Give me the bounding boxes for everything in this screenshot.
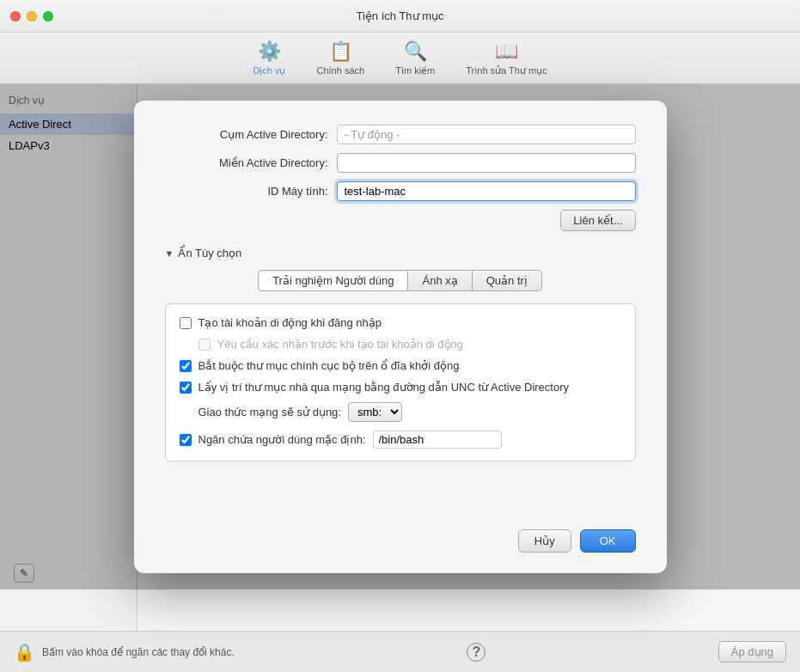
tab-anh-xa[interactable]: Ánh xạ <box>408 270 472 291</box>
lien-ket-button[interactable]: Liên kết... <box>560 210 635 231</box>
id-input[interactable] <box>337 181 636 201</box>
lock-text: Bấm vào khóa để ngăn các thay đổi khác. <box>42 646 235 658</box>
label-bat-buoc: Bắt buộc thư mục chính cục bộ trên ổ đĩa… <box>198 359 460 372</box>
lock-section[interactable]: 🔒 Bấm vào khóa để ngăn các thay đổi khác… <box>14 642 235 663</box>
tab-trai-nghiem[interactable]: Trải nghiệm Người dùng <box>258 270 408 291</box>
lock-icon: 🔒 <box>14 642 35 663</box>
id-label: ID Máy tính: <box>165 185 337 198</box>
section-label: Ẩn Tùy chọn <box>178 247 241 260</box>
mien-field[interactable] <box>337 153 636 173</box>
mien-input[interactable] <box>337 153 636 173</box>
window-title: Tiện ích Thư mục <box>356 9 443 22</box>
toolbar-item-trinh-sua[interactable]: 📖 Trình sửa Thư mục <box>450 35 562 82</box>
modal-overlay: Cụm Active Directory: - Tự động - Miền A… <box>0 84 800 590</box>
cum-placeholder: - Tự động - <box>337 125 636 144</box>
apply-button[interactable]: Áp dụng <box>718 641 786 663</box>
checkbox-tao-tai-khoan[interactable] <box>180 317 192 329</box>
ok-button[interactable]: OK <box>580 529 636 553</box>
toolbar-item-tim-kiem[interactable]: 🔍 Tìm kiếm <box>380 35 450 82</box>
toolbar-label-chinh-sach: Chính sách <box>317 65 365 76</box>
policy-icon: 📋 <box>329 40 352 63</box>
checkbox-row-yeu-cau: Yêu cầu xác nhận trước khi tạo tài khoản… <box>180 338 621 351</box>
gear-icon: ⚙️ <box>258 40 281 63</box>
minimize-button[interactable] <box>27 11 37 21</box>
search-icon: 🔍 <box>404 40 427 63</box>
modal-dialog: Cụm Active Directory: - Tự động - Miền A… <box>134 101 667 573</box>
tab-quan-tri[interactable]: Quản trị <box>473 270 542 291</box>
protocol-row: Giao thức mạng sẽ sử dụng: smb: afp: nfs… <box>180 402 621 422</box>
shell-input[interactable] <box>373 431 502 449</box>
id-field[interactable] <box>337 181 636 201</box>
checkbox-ngan-chua[interactable] <box>180 434 192 446</box>
maximize-button[interactable] <box>43 11 53 21</box>
cum-field: - Tự động - <box>337 125 636 144</box>
checkbox-lay-vi-tri[interactable] <box>180 382 192 394</box>
status-bar: 🔒 Bấm vào khóa để ngăn các thay đổi khác… <box>0 631 800 672</box>
label-tao-tai-khoan: Tạo tài khoản di động khi đăng nhập <box>198 316 382 329</box>
main-content: Dịch vụ Active Direct LDAPv3 Cụm Active … <box>0 84 800 631</box>
mien-field-row: Miền Active Directory: <box>165 153 636 173</box>
title-bar: Tiện ích Thư mục <box>0 0 800 33</box>
tab-bar: Trải nghiệm Người dùng Ánh xạ Quản trị <box>165 270 636 291</box>
checkbox-row-lay-vi-tri: Lấy vị trí thư mục nhà qua mạng bằng đườ… <box>180 381 621 394</box>
close-button[interactable] <box>10 11 21 21</box>
toolbar: ⚙️ Dịch vụ 📋 Chính sách 🔍 Tìm kiếm 📖 Trì… <box>0 33 800 84</box>
id-field-row: ID Máy tính: <box>165 181 636 201</box>
protocol-label: Giao thức mạng sẽ sử dụng: <box>198 406 341 418</box>
cancel-button[interactable]: Hủy <box>518 529 571 553</box>
toolbar-label-dich-vu: Dịch vụ <box>253 65 285 76</box>
toolbar-label-tim-kiem: Tìm kiếm <box>395 65 435 76</box>
options-panel: Tạo tài khoản di động khi đăng nhập Yêu … <box>165 303 636 461</box>
section-collapse[interactable]: ▼ Ẩn Tùy chọn <box>165 247 636 260</box>
label-ngan-chua: Ngăn chứa người dùng mặc định: <box>198 433 366 446</box>
protocol-select[interactable]: smb: afp: nfs: <box>348 402 402 422</box>
cum-label: Cụm Active Directory: <box>165 128 337 141</box>
toolbar-item-dich-vu[interactable]: ⚙️ Dịch vụ <box>237 35 301 82</box>
toolbar-item-chinh-sach[interactable]: 📋 Chính sách <box>302 35 381 81</box>
checkbox-row-bat-buoc: Bắt buộc thư mục chính cục bộ trên ổ đĩa… <box>180 359 621 372</box>
traffic-lights <box>10 11 53 21</box>
label-yeu-cau: Yêu cầu xác nhận trước khi tạo tài khoản… <box>217 338 464 351</box>
modal-footer: Hủy OK <box>165 521 636 553</box>
checkbox-row-ngan-chua: Ngăn chứa người dùng mặc định: <box>180 431 621 449</box>
cum-field-row: Cụm Active Directory: - Tự động - <box>165 125 636 144</box>
toolbar-label-trinh-sua: Trình sửa Thư mục <box>466 65 547 76</box>
checkbox-yeu-cau[interactable] <box>198 339 211 351</box>
directory-icon: 📖 <box>495 40 518 63</box>
mien-label: Miền Active Directory: <box>165 156 337 169</box>
lien-ket-row: Liên kết... <box>165 210 636 231</box>
label-lay-vi-tri: Lấy vị trí thư mục nhà qua mạng bằng đườ… <box>198 381 570 394</box>
checkbox-row-tao-tai-khoan: Tạo tài khoản di động khi đăng nhập <box>180 316 621 329</box>
chevron-down-icon: ▼ <box>165 248 174 259</box>
checkbox-bat-buoc[interactable] <box>180 360 192 372</box>
help-button[interactable]: ? <box>467 643 485 662</box>
